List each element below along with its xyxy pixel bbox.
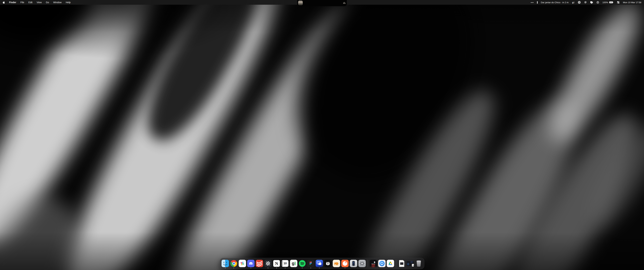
minimized-window-app-badge: 10 <box>412 264 414 267</box>
menu-edit[interactable]: Edit <box>28 1 32 4</box>
postman-icon <box>341 260 349 267</box>
trash-icon <box>415 260 422 267</box>
dock-item-postman[interactable] <box>341 260 349 267</box>
battery-percent-label: 100% <box>602 1 608 4</box>
menu-bar-status: ••• Dar jantar do Chico · in 2 m g 100% <box>531 1 641 4</box>
dock-item-cube-3d-app[interactable] <box>324 260 332 267</box>
apple-menu[interactable] <box>3 1 5 4</box>
dock-item-spotify[interactable] <box>298 260 306 267</box>
status-separator-bar <box>537 1 538 4</box>
raycast-icon: raycast <box>370 260 377 267</box>
dock-item-raycast[interactable]: raycast <box>370 260 377 267</box>
dock-item-discord[interactable] <box>247 260 254 267</box>
running-indicator <box>268 268 268 268</box>
battery-status[interactable]: 100% <box>602 1 614 4</box>
dock-item-google-drive[interactable] <box>387 260 394 267</box>
running-indicator <box>302 268 302 268</box>
dock-item-notion[interactable]: N <box>273 260 280 267</box>
one-password-icon[interactable] <box>596 1 599 4</box>
audio-visualizer-icon <box>343 2 346 4</box>
now-playing-album-art[interactable] <box>298 1 303 5</box>
one-password-app-icon <box>378 260 386 267</box>
dock-item-chrome[interactable] <box>230 260 238 267</box>
notion-calendar-icon: 10 <box>282 260 289 267</box>
notion-calendar-date: 10 <box>284 262 287 265</box>
postico-elephant-icon <box>333 260 340 267</box>
desktop: Finder File Edit View Go Window Help •••… <box>0 0 644 270</box>
dock-item-granola[interactable]: g <box>290 260 297 267</box>
menu-app-name[interactable]: Finder <box>9 1 16 4</box>
spotify-icon <box>298 260 306 267</box>
dock-item-linear[interactable] <box>264 260 272 267</box>
discord-icon <box>247 260 254 267</box>
desktop-wallpaper <box>0 0 644 270</box>
granola-icon[interactable]: g <box>572 1 574 4</box>
menu-file[interactable]: File <box>20 1 24 4</box>
wallpaper-vignette <box>0 0 644 270</box>
status-overflow-dots[interactable]: ••• <box>531 1 534 4</box>
menu-view[interactable]: View <box>36 1 42 4</box>
running-indicator <box>234 268 234 268</box>
dock-separator <box>368 259 368 267</box>
minimized-window-thumbnail: 10 <box>406 260 414 267</box>
todoist-icon <box>256 260 263 267</box>
system-settings-gear-icon <box>358 260 366 267</box>
dock-item-todoist[interactable] <box>256 260 263 267</box>
dock: N 10 g <box>220 258 424 269</box>
dock-item-iphone-mirroring[interactable] <box>350 260 357 267</box>
dock-item-figma[interactable] <box>307 260 314 267</box>
cube-3d-icon <box>324 260 332 267</box>
status-event-text[interactable]: Dar jantar do Chico · in 2 m <box>541 1 568 4</box>
raycast-wordmark: raycast <box>371 263 375 264</box>
menu-bar-left: Finder File Edit View Go Window Help <box>3 1 70 4</box>
control-center-icon[interactable] <box>617 1 620 4</box>
dock-item-minimized-window[interactable]: 10 <box>406 260 414 267</box>
running-indicator <box>319 268 320 268</box>
running-indicator <box>310 268 311 268</box>
granola-app-icon: g <box>290 260 297 267</box>
dock-item-postico[interactable] <box>333 260 340 267</box>
notch-now-playing[interactable] <box>297 0 347 6</box>
running-indicator <box>225 268 226 268</box>
running-indicator <box>276 268 277 268</box>
loom-flower-icon[interactable] <box>578 1 581 4</box>
google-drive-icon <box>387 260 394 267</box>
running-indicator <box>345 268 345 268</box>
visualizer-bar <box>345 3 346 4</box>
finder-icon <box>222 260 229 267</box>
pick-shape-icon[interactable] <box>584 1 587 4</box>
clock[interactable]: Mon 10 Mar 17:58 <box>623 1 641 4</box>
running-indicator <box>285 268 286 268</box>
svg-text:g: g <box>572 1 574 4</box>
dock-item-notion-calendar[interactable]: 10 <box>282 260 289 267</box>
granola-letter: g <box>292 261 294 265</box>
menu-window[interactable]: Window <box>53 1 62 4</box>
menu-go[interactable]: Go <box>46 1 49 4</box>
dock-item-document-file[interactable] <box>398 260 405 267</box>
dock-item-slack[interactable] <box>239 260 246 267</box>
visualizer-bar <box>343 3 344 4</box>
dock-item-trash[interactable] <box>415 260 422 267</box>
battery-charging-icon <box>609 1 614 4</box>
notion-letter: N <box>275 261 278 266</box>
chrome-icon <box>230 260 238 267</box>
screen-studio-icon <box>316 260 323 267</box>
menu-help[interactable]: Help <box>66 1 70 4</box>
notion-icon: N <box>273 260 280 267</box>
dock-item-screen-studio[interactable] <box>316 260 323 267</box>
apple-icon <box>3 1 5 4</box>
document-file-icon <box>398 260 405 267</box>
slack-icon <box>239 260 246 267</box>
iphone-mirroring-icon <box>350 260 357 267</box>
display-mirroring-icon[interactable] <box>590 1 593 4</box>
dock-separator <box>396 259 396 267</box>
dock-item-system-settings[interactable] <box>358 260 366 267</box>
visualizer-bar <box>344 2 345 4</box>
figma-icon <box>307 260 314 267</box>
dock-item-finder[interactable] <box>222 260 229 267</box>
linear-icon <box>264 260 272 267</box>
dock-item-1password[interactable] <box>378 260 386 267</box>
running-indicator <box>250 268 251 268</box>
